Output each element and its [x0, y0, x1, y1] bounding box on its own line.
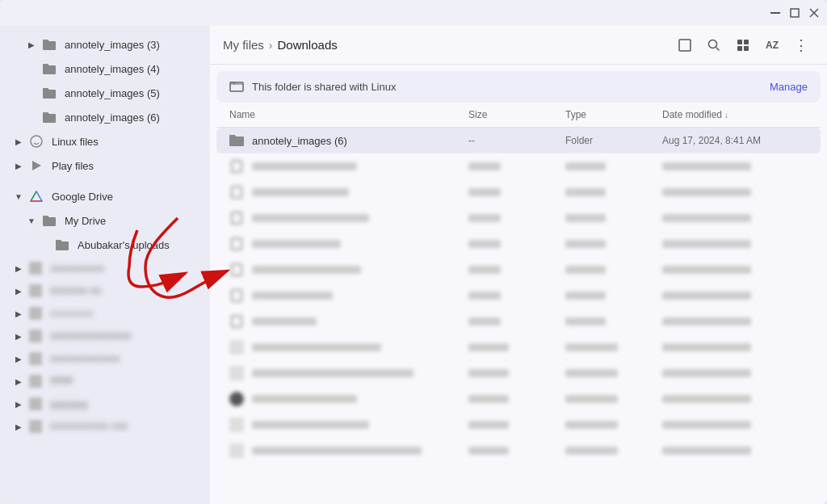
- sidebar-item-annotely3[interactable]: ▶ annotely_images (3): [0, 32, 204, 57]
- blurred-label: fffffffff: [50, 376, 73, 387]
- table-row[interactable]: [216, 205, 821, 231]
- table-row[interactable]: [216, 334, 821, 360]
- file-name-cell: [229, 366, 468, 380]
- file-name-cell: [229, 418, 468, 432]
- file-name-cell: [229, 159, 468, 174]
- file-name-cell: [229, 392, 468, 406]
- sidebar-item-blurred-7[interactable]: ▶ ggggggg: [0, 393, 204, 415]
- col-date-header[interactable]: Date modified ↓: [662, 109, 808, 120]
- blurred-icon: [29, 420, 42, 433]
- table-row[interactable]: [216, 153, 821, 179]
- blurred-label: bbbbbbb bb: [50, 285, 101, 296]
- col-type-header[interactable]: Type: [565, 109, 662, 120]
- grid-view-button[interactable]: [730, 32, 756, 58]
- folder-icon: [42, 37, 57, 52]
- chevron-placeholder: ▶: [13, 376, 24, 387]
- close-button[interactable]: [808, 6, 821, 19]
- blurred-label: ccccccccc: [50, 308, 94, 319]
- chevron-placeholder: ▶: [13, 353, 24, 364]
- file-icon: [229, 340, 244, 355]
- sidebar-item-abubakar-uploads[interactable]: ▶ Abubakar's uploads: [0, 233, 204, 257]
- file-table-header: Name Size Type Date modified ↓: [216, 103, 821, 128]
- sort-az-button[interactable]: AZ: [759, 32, 785, 58]
- file-icon: [229, 418, 244, 432]
- col-name-header[interactable]: Name: [229, 109, 468, 120]
- sidebar: ▶ annotely_images (3) ▶ annotely_images …: [0, 26, 210, 504]
- sidebar-item-my-drive[interactable]: ▼ My Drive: [0, 208, 204, 233]
- blurred-icon: [29, 352, 42, 365]
- col-size-header[interactable]: Size: [468, 109, 565, 120]
- sidebar-item-label: Google Drive: [52, 191, 113, 203]
- svg-rect-23: [232, 264, 241, 275]
- blurred-icon: [29, 307, 42, 320]
- sidebar-item-blurred-4[interactable]: ▶ ddddddddddddddd: [0, 325, 204, 347]
- blurred-label: ddddddddddddddd: [50, 330, 131, 342]
- table-row[interactable]: annotely_images (6) -- Folder Aug 17, 20…: [216, 128, 821, 153]
- blurred-icon: [29, 284, 42, 297]
- folder-icon: [42, 213, 57, 228]
- breadcrumb-parent[interactable]: My files: [223, 38, 264, 52]
- svg-point-10: [709, 40, 717, 48]
- breadcrumb-separator: ›: [269, 39, 273, 52]
- sidebar-item-blurred-2[interactable]: ▶ bbbbbbb bb: [0, 279, 204, 302]
- app-window: ▶ annotely_images (3) ▶ annotely_images …: [0, 0, 827, 504]
- svg-rect-14: [737, 46, 742, 51]
- sidebar-item-linux-files[interactable]: ▶ Linux files: [0, 129, 204, 153]
- file-name-cell: [229, 262, 468, 277]
- sidebar-item-blurred-5[interactable]: ▶ eeeeeeeeeeeee: [0, 347, 204, 370]
- svg-rect-0: [770, 12, 780, 14]
- file-name-cell: annotely_images (6): [229, 133, 468, 148]
- table-row[interactable]: [216, 179, 821, 205]
- sidebar-item-annotely6[interactable]: ▶ annotely_images (6): [0, 105, 204, 129]
- sidebar-item-annotely4[interactable]: ▶ annotely_images (4): [0, 57, 204, 81]
- table-row[interactable]: [216, 257, 821, 283]
- file-icon: [229, 159, 244, 174]
- chevron-placeholder: ▶: [13, 262, 24, 274]
- folder-icon: [55, 237, 69, 252]
- sidebar-item-blurred-8[interactable]: ▶ hhhhhhhhhhh hhh: [0, 415, 204, 438]
- chevron-placeholder: ▶: [13, 330, 24, 342]
- sidebar-item-blurred-1[interactable]: ▶ aaaaaaaaaa: [0, 257, 204, 279]
- preview-button[interactable]: [672, 32, 698, 58]
- shared-banner: This folder is shared with Linux Manage: [216, 71, 821, 103]
- file-name-cell: [229, 314, 468, 329]
- table-row[interactable]: [216, 386, 821, 412]
- blurred-icon: [29, 375, 42, 388]
- svg-rect-19: [232, 161, 241, 172]
- table-row[interactable]: [216, 231, 821, 257]
- main-content: ▶ annotely_images (3) ▶ annotely_images …: [0, 26, 827, 504]
- svg-rect-25: [232, 316, 241, 327]
- svg-rect-12: [737, 40, 742, 44]
- manage-button[interactable]: Manage: [770, 81, 808, 93]
- blurred-label: eeeeeeeeeeeee: [50, 353, 120, 364]
- sidebar-item-play-files[interactable]: ▶ Play files: [0, 153, 204, 178]
- svg-rect-15: [744, 46, 749, 51]
- table-row[interactable]: [216, 360, 821, 386]
- svg-rect-13: [744, 40, 749, 44]
- search-button[interactable]: [701, 32, 727, 58]
- shared-folder-icon: [229, 79, 244, 94]
- file-name-cell: [229, 340, 468, 355]
- table-row[interactable]: [216, 309, 821, 334]
- sidebar-item-google-drive[interactable]: ▼ Google Drive: [0, 184, 204, 208]
- file-browser: My files › Downloads: [210, 26, 827, 504]
- sidebar-item-label: Play files: [52, 160, 94, 172]
- file-name-cell: [229, 211, 468, 225]
- minimize-button[interactable]: [769, 6, 782, 19]
- file-icon: [229, 288, 244, 303]
- blurred-label: aaaaaaaaaa: [50, 262, 104, 274]
- chevron-placeholder: ▶: [13, 421, 24, 432]
- table-row[interactable]: [216, 283, 821, 309]
- chevron-placeholder: ▶: [13, 285, 24, 296]
- file-icon: [229, 314, 244, 329]
- table-row[interactable]: [216, 438, 821, 464]
- folder-icon: [42, 86, 57, 100]
- sidebar-item-annotely5[interactable]: ▶ annotely_images (5): [0, 81, 204, 105]
- sidebar-item-label: Linux files: [52, 136, 99, 148]
- sidebar-item-blurred-6[interactable]: ▶ fffffffff: [0, 370, 204, 393]
- more-menu-button[interactable]: ⋮: [788, 32, 814, 58]
- table-row[interactable]: [216, 412, 821, 438]
- maximize-button[interactable]: [788, 6, 801, 19]
- sidebar-item-blurred-3[interactable]: ▶ ccccccccc: [0, 302, 204, 325]
- svg-point-4: [31, 136, 42, 147]
